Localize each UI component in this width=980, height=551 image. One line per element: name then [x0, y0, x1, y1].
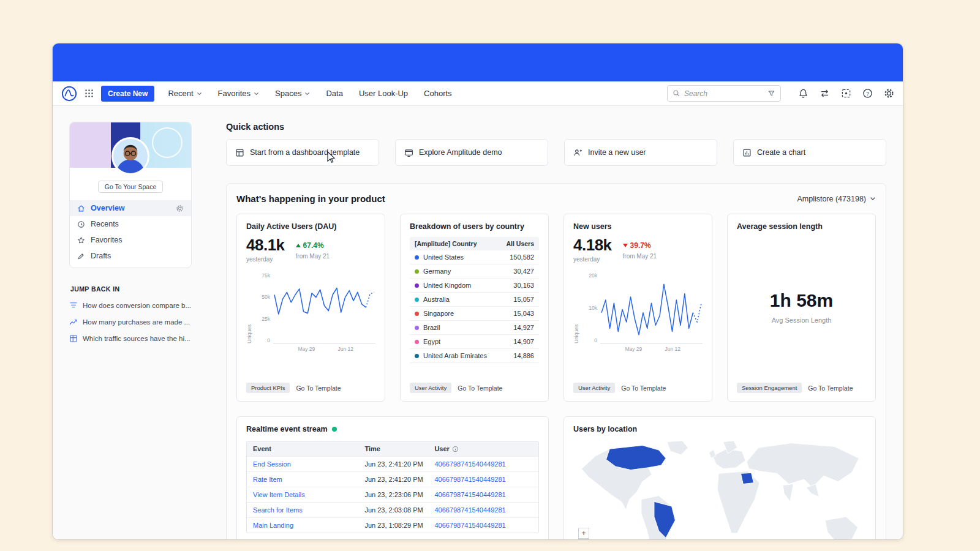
nav-item-data[interactable]: Data	[326, 89, 342, 98]
go-to-template-link[interactable]: Go To Template	[296, 384, 341, 392]
jump-item-purchases[interactable]: How many purchases are made ...	[69, 318, 192, 326]
sidebar-item-drafts[interactable]: Drafts	[70, 248, 191, 264]
funnel-chart-icon	[69, 301, 78, 310]
nav-item-favorites[interactable]: Favorites	[218, 89, 259, 98]
series-dot	[415, 340, 419, 344]
create-new-button[interactable]: Create New	[101, 86, 154, 102]
user-avatar[interactable]	[111, 137, 149, 175]
global-search	[667, 85, 781, 102]
go-to-template-link[interactable]: Go To Template	[808, 384, 853, 392]
zoom-in-button[interactable]: +	[578, 528, 589, 539]
world-map[interactable]: + −	[573, 438, 866, 540]
nav-item-label: Data	[326, 89, 342, 98]
invite-user-icon	[573, 148, 582, 157]
nav-menu: Recent Favorites Spaces Data User Look-U…	[168, 89, 451, 98]
new-users-value-caption: yesterday	[573, 256, 612, 263]
user-id-link[interactable]: 4066798741540449281	[434, 460, 532, 468]
series-dot	[415, 354, 419, 358]
apps-grid-icon[interactable]	[85, 89, 94, 98]
event-row: Main Landing Jun 23, 1:08:29 PM 40667987…	[247, 517, 538, 533]
jump-item-traffic-sources[interactable]: Which traffic sources have the hi...	[69, 334, 192, 343]
info-icon[interactable]	[452, 446, 459, 452]
map-zoom-control: + −	[578, 528, 589, 540]
browser-window-icon	[404, 148, 413, 157]
quick-action-label: Explore Amplitude demo	[419, 148, 502, 157]
settings-gear-icon[interactable]	[884, 88, 894, 99]
user-id-link[interactable]: 4066798741540449281	[434, 522, 532, 529]
x-axis-ticks: May 29 Jun 12	[598, 343, 703, 353]
event-row: View Item Details Jun 23, 2:23:06 PM 406…	[247, 487, 538, 502]
dau-card: Daily Active Users (DAU) 48.1k yesterday…	[236, 214, 385, 402]
series-dot	[415, 326, 419, 330]
home-icon	[77, 204, 85, 212]
country-table: [Amplitude] Country All Users United Sta…	[410, 237, 539, 363]
overview-settings-gear-icon[interactable]	[176, 204, 184, 212]
jump-item-conversion[interactable]: How does conversion compare b...	[69, 301, 192, 310]
delta-up-icon	[296, 244, 301, 247]
help-icon[interactable]: ?	[862, 88, 873, 99]
project-selector[interactable]: Amplistore (473198)	[797, 195, 876, 203]
event-name-link[interactable]: Rate Item	[253, 476, 364, 483]
bottom-cards-row: Realtime event stream Event Time User	[236, 416, 876, 540]
card-title: Users by location	[573, 425, 637, 433]
country-row: Germany 30,427	[410, 264, 539, 279]
country-row: Singapore 15,043	[410, 307, 539, 321]
notifications-bell-icon[interactable]	[798, 88, 809, 99]
chevron-down-icon	[304, 92, 310, 96]
card-title: Average session length	[737, 222, 866, 231]
panel-title: What's happening in your product	[236, 193, 385, 204]
category-tag: Session Engagement	[737, 383, 802, 393]
quick-action-invite-user[interactable]: Invite a new user	[564, 139, 717, 166]
quick-action-explore-demo[interactable]: Explore Amplitude demo	[395, 139, 548, 166]
dau-value-caption: yesterday	[246, 256, 285, 263]
nav-item-cohorts[interactable]: Cohorts	[424, 89, 452, 98]
event-name-link[interactable]: Main Landing	[253, 522, 364, 529]
event-name-link[interactable]: Search for Items	[253, 506, 364, 514]
country-row: Egypt 14,907	[410, 335, 539, 349]
time-column-header: Time	[364, 445, 434, 452]
quick-action-create-chart[interactable]: Create a chart	[733, 139, 886, 166]
series-dot	[415, 255, 419, 260]
card-title: New users	[573, 222, 703, 231]
nav-item-recent[interactable]: Recent	[168, 89, 202, 98]
go-to-template-link[interactable]: Go To Template	[621, 384, 666, 392]
map-new-zealand	[864, 539, 866, 540]
scan-target-icon[interactable]	[841, 88, 851, 99]
go-to-template-link[interactable]: Go To Template	[458, 384, 502, 392]
nav-item-spaces[interactable]: Spaces	[275, 89, 310, 98]
recents-clock-icon	[77, 220, 85, 228]
sidebar-item-overview[interactable]: Overview	[70, 200, 191, 216]
map-asia	[747, 443, 859, 488]
amplitude-logo-icon[interactable]	[61, 86, 77, 102]
user-id-link[interactable]: 4066798741540449281	[434, 476, 532, 483]
live-status-dot	[332, 427, 337, 432]
card-title: Breakdown of users by country	[410, 222, 539, 231]
jump-item-label: How many purchases are made ...	[83, 318, 190, 326]
session-length-value: 1h 58m	[770, 290, 833, 311]
search-filter-icon[interactable]	[767, 89, 775, 97]
main-content: Quick actions Start from a dashboard tem…	[209, 106, 903, 540]
chevron-down-icon	[870, 197, 876, 201]
nav-item-label: Cohorts	[424, 89, 452, 98]
y-axis-title: Uniques	[573, 275, 579, 343]
sidebar-item-recents[interactable]: Recents	[70, 216, 191, 232]
new-users-delta: 39.7%	[623, 241, 657, 250]
event-name-link[interactable]: View Item Details	[253, 491, 364, 498]
search-input[interactable]	[684, 89, 764, 98]
users-by-location-card: Users by location	[564, 416, 876, 540]
nav-item-user-look-up[interactable]: User Look-Up	[359, 89, 408, 98]
sidebar-item-favorites[interactable]: Favorites	[70, 232, 191, 248]
country-row: Brazil 14,927	[410, 321, 539, 335]
user-id-link[interactable]: 4066798741540449281	[434, 506, 532, 514]
line-chart-icon	[69, 318, 78, 326]
event-name-link[interactable]: End Session	[253, 460, 364, 468]
swap-arrows-icon[interactable]	[820, 88, 830, 99]
dau-value: 48.1k	[246, 237, 285, 253]
new-users-delta-caption: from May 21	[623, 253, 657, 260]
go-to-your-space-button[interactable]: Go To Your Space	[98, 181, 163, 193]
event-table: Event Time User	[246, 441, 539, 533]
category-tag: Product KPIs	[246, 383, 290, 393]
zoom-out-button[interactable]: −	[578, 539, 589, 540]
quick-action-dashboard-template[interactable]: Start from a dashboard template	[226, 139, 379, 166]
user-id-link[interactable]: 4066798741540449281	[434, 491, 532, 498]
